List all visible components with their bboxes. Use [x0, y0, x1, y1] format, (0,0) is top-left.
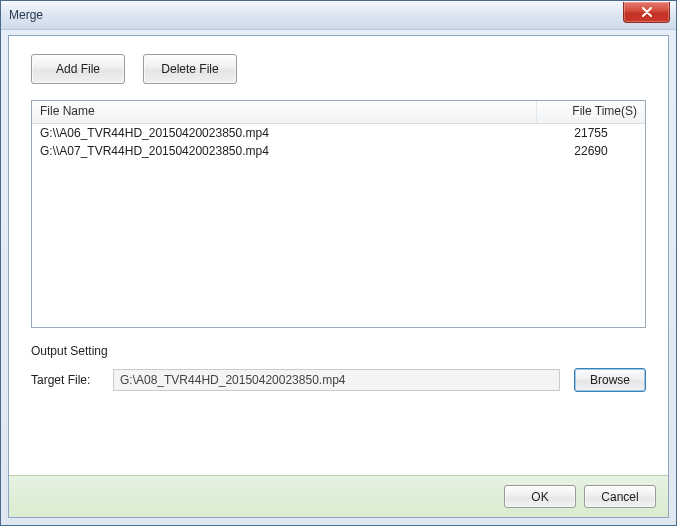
target-file-field[interactable]: G:\A08_TVR44HD_20150420023850.mp4: [113, 369, 560, 391]
delete-file-button[interactable]: Delete File: [143, 54, 237, 84]
file-list-header: File Name File Time(S): [32, 101, 645, 124]
output-setting-label: Output Setting: [31, 344, 646, 358]
window-close-button[interactable]: [623, 2, 670, 23]
column-header-filetime[interactable]: File Time(S): [537, 101, 645, 123]
table-row[interactable]: G:\\A06_TVR44HD_20150420023850.mp4 21755: [32, 124, 645, 142]
file-time-cell: 22690: [537, 144, 645, 158]
target-file-row: Target File: G:\A08_TVR44HD_201504200238…: [31, 368, 646, 392]
browse-button[interactable]: Browse: [574, 368, 646, 392]
client-area: Add File Delete File File Name File Time…: [8, 35, 669, 518]
window-title: Merge: [9, 8, 43, 22]
dialog-footer: OK Cancel: [9, 475, 668, 517]
titlebar: Merge: [1, 1, 676, 30]
file-time-cell: 21755: [537, 126, 645, 140]
cancel-button[interactable]: Cancel: [584, 485, 656, 508]
table-row[interactable]: G:\\A07_TVR44HD_20150420023850.mp4 22690: [32, 142, 645, 160]
column-header-filename[interactable]: File Name: [32, 101, 537, 123]
close-icon: [641, 7, 653, 17]
target-file-label: Target File:: [31, 373, 99, 387]
file-list: File Name File Time(S) G:\\A06_TVR44HD_2…: [31, 100, 646, 328]
output-setting-section: Output Setting Target File: G:\A08_TVR44…: [31, 344, 646, 392]
merge-dialog: Merge Add File Delete File File Name Fil…: [0, 0, 677, 526]
toolbar: Add File Delete File: [31, 54, 646, 84]
add-file-button[interactable]: Add File: [31, 54, 125, 84]
file-name-cell: G:\\A06_TVR44HD_20150420023850.mp4: [32, 126, 537, 140]
dialog-body: Add File Delete File File Name File Time…: [9, 36, 668, 475]
ok-button[interactable]: OK: [504, 485, 576, 508]
file-name-cell: G:\\A07_TVR44HD_20150420023850.mp4: [32, 144, 537, 158]
file-list-rows: G:\\A06_TVR44HD_20150420023850.mp4 21755…: [32, 124, 645, 327]
